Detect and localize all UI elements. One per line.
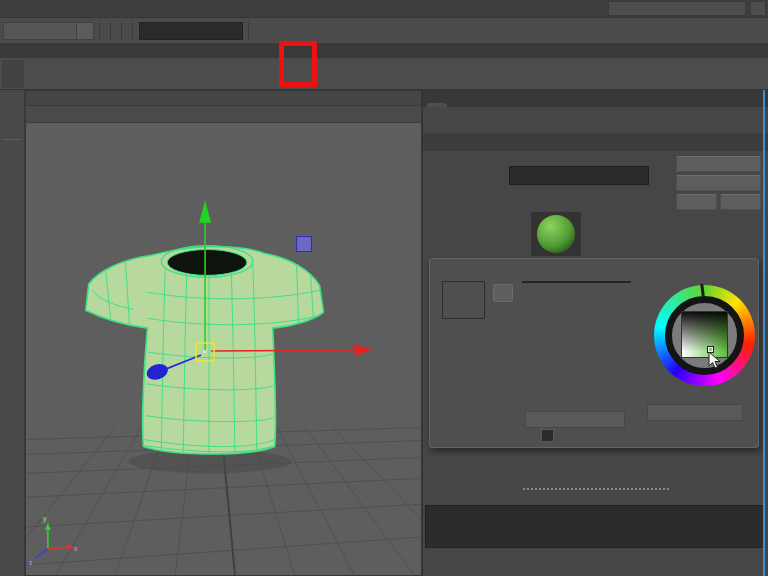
attribute-editor-panel <box>422 90 768 576</box>
swap-input-icon[interactable] <box>653 156 670 171</box>
perspective-viewport[interactable]: y x z <box>25 90 422 576</box>
current-color-swatch[interactable] <box>442 281 485 319</box>
workspace-selector <box>600 1 768 16</box>
svg-text:x: x <box>74 545 78 552</box>
manip-y-arrowhead[interactable] <box>199 201 211 223</box>
mouse-cursor-icon <box>708 351 722 369</box>
panel-toolbar <box>26 106 421 123</box>
previous-color <box>443 307 484 318</box>
show-button[interactable] <box>676 194 717 210</box>
hide-button[interactable] <box>720 194 761 210</box>
main-menubar <box>0 0 768 18</box>
attribute-editor-footer <box>423 552 767 574</box>
color-wheel[interactable] <box>654 285 755 386</box>
panel-menubar <box>26 91 421 106</box>
focus-button[interactable] <box>676 156 761 172</box>
universal-manipulator-icon[interactable] <box>2 113 23 134</box>
status-line <box>0 18 768 44</box>
notes-splitter-handle[interactable] <box>523 488 669 490</box>
svg-text:z: z <box>29 559 33 566</box>
viewport-canvas[interactable]: y x z <box>26 123 421 575</box>
sample-sphere <box>537 215 575 253</box>
color-management-checkbox[interactable] <box>541 429 554 442</box>
wheel-mode-dropdown[interactable] <box>647 404 743 421</box>
selection-box-handle[interactable] <box>297 237 312 252</box>
shelf-popup-icon[interactable] <box>2 60 24 88</box>
presets-button[interactable] <box>676 175 761 191</box>
maya-window: y x z <box>0 0 768 576</box>
hue-marker <box>700 284 704 296</box>
shelf-menu-icon[interactable] <box>2 46 26 58</box>
eyedropper-button[interactable] <box>493 284 513 302</box>
highlight-annotation-box <box>279 41 317 87</box>
mixing-space-dropdown[interactable] <box>525 411 625 428</box>
live-surface-field[interactable] <box>139 22 243 40</box>
workspace-dropdown-arrow-icon[interactable] <box>750 1 766 16</box>
axis-orientation-gizmo: y x z <box>29 515 78 566</box>
node-tab-bar <box>423 133 768 150</box>
menu-set-arrow-icon <box>77 22 94 40</box>
material-sample-swatch[interactable] <box>531 212 581 256</box>
color-editor-popup <box>429 258 759 448</box>
shelf-tab-bar <box>0 44 768 58</box>
attribute-editor-menubar <box>423 107 768 126</box>
active-panel-edge <box>763 90 765 576</box>
manip-x-axis[interactable] <box>211 350 354 351</box>
menu-set-dropdown[interactable] <box>3 22 94 40</box>
scene-svg: y x z <box>26 123 421 575</box>
tool-box <box>0 90 25 576</box>
notes-textarea[interactable] <box>425 505 765 548</box>
color-preset-grid <box>522 281 631 283</box>
node-name-input[interactable] <box>509 166 649 185</box>
workspace-dropdown[interactable] <box>608 1 746 16</box>
swap-output-icon[interactable] <box>653 176 670 191</box>
svg-text:y: y <box>43 515 47 523</box>
current-color <box>443 282 484 307</box>
rendering-shelf <box>0 58 768 90</box>
manip-x-arrowhead[interactable] <box>354 344 372 356</box>
